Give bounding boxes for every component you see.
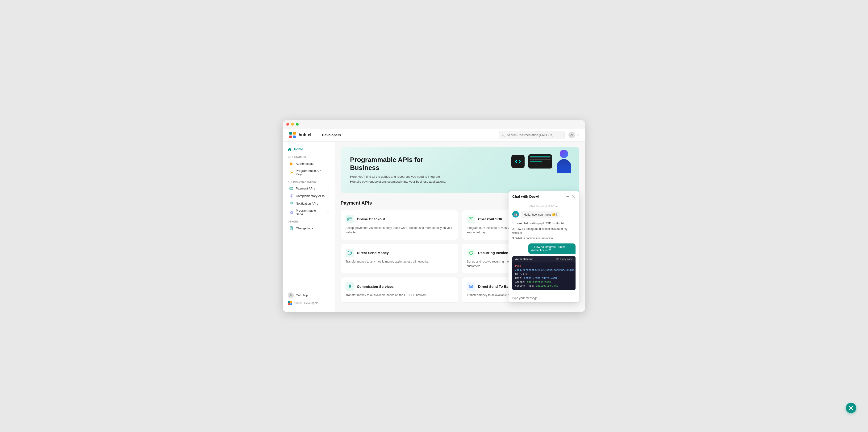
key-icon [289,170,293,175]
sidebar: Home GET STARTED Authentication [283,142,335,312]
sidebar-item-api-keys[interactable]: Programmable API Keys [284,167,333,178]
sidebar-item-notification-apis[interactable]: Notification APIs [284,200,333,207]
card-direct-send-money[interactable]: Direct Send Money Transfer money to any … [341,244,458,274]
gear-icon [289,194,293,198]
chevron-complementary-icon: ▾ [328,195,329,197]
code-line-4: Accept: application/json [515,280,573,284]
user-avatar-icon [570,133,574,137]
suggestion-3[interactable]: 3. What is commission services? [512,236,576,240]
hero-subtitle: Here, you'll find all the guides and res… [350,174,449,184]
checkout-sdk-icon [467,215,475,224]
chat-bot-greeting: 🤖 Hello, how can I help 🤗? [512,211,576,218]
card-online-checkout[interactable]: Online Checkout Accept payments via Mobi… [341,210,458,240]
chevron-down-icon [577,134,579,136]
home-icon [288,147,291,151]
browser-window: hubtel Developers [283,120,585,312]
logo-text: hubtel [299,132,311,137]
recurring-invoice-icon [467,248,475,257]
top-nav: hubtel Developers [283,128,585,142]
svg-rect-18 [290,212,291,214]
sidebar-item-programmable-services[interactable]: Programmable Servi... ▾ [284,207,333,218]
card-header-commission: Commission Services [346,282,453,291]
recurring-invoice-title: Recurring Invoice [478,251,508,255]
hero-title: Programmable APIs for Business [350,156,449,172]
chat-input-area[interactable] [508,293,579,302]
online-checkout-desc: Accept payments via Mobile Money, Bank C… [346,226,453,235]
sidebar-item-home[interactable]: Home [283,145,335,153]
hero-code-icon [512,155,525,168]
chat-minimize-button[interactable] [566,195,569,198]
code-copy-button[interactable]: Copy code [556,258,573,260]
commission-services-title: Commission Services [357,285,394,289]
search-icon [502,133,505,137]
sidebar-section-others: OTHERS [283,218,335,224]
svg-line-6 [504,135,505,136]
chat-body: Chat Started at 10:00 am 🤖 Hello, how ca… [508,202,579,293]
sidebar-item-payment-apis[interactable]: Payment APIs ▾ [284,185,333,192]
chat-header-actions [566,195,576,198]
svg-rect-19 [291,212,293,214]
browser-dot-red[interactable] [286,123,289,126]
card-commission-services[interactable]: Commission Services Transfer money to al… [341,277,458,302]
monitor-line-3 [530,159,551,160]
sdk-svg-icon [468,217,474,222]
svg-rect-26 [288,301,290,303]
chat-close-button[interactable] [572,195,576,198]
hero-monitor [528,154,552,168]
monitor-line-2 [530,158,551,158]
sidebar-item-changelog[interactable]: Change logs [284,224,333,232]
commission-services-icon [346,282,354,291]
user-area[interactable] [568,132,579,138]
api-keys-label: Programmable API Keys [296,169,329,176]
bank-svg-icon [468,284,474,289]
chevron-services-icon: ▾ [328,211,329,214]
app-wrapper: hubtel Developers [283,128,585,312]
svg-rect-12 [290,187,293,190]
notification-apis-label: Notification APIs [296,202,329,205]
search-bar[interactable] [499,131,565,139]
chat-input[interactable] [512,297,576,300]
minimize-icon [566,195,569,198]
svg-rect-1 [289,132,292,135]
browser-dot-yellow[interactable] [291,123,294,126]
direct-send-money-icon [346,248,354,257]
suggestion-2[interactable]: 2. How do I integrate unified checkout t… [512,227,576,235]
chat-panel: Chat with DevAI [508,191,579,302]
settings-icon [289,210,293,214]
sidebar-section-api-docs: API DOCUMENTATION [283,178,335,185]
copy-label: Copy code [560,258,573,260]
svg-rect-31 [348,220,349,220]
commission-services-desc: Transfer money to all available banks on… [346,293,453,297]
svg-rect-16 [290,211,291,212]
search-input[interactable] [507,133,559,137]
lock-icon [289,161,293,166]
direct-send-bank-icon [467,282,475,291]
chat-timestamp: Chat Started at 10:00 am [512,205,576,208]
logo-area[interactable]: hubtel [289,131,311,139]
sidebar-item-complementary-apis[interactable]: Complementary APIs ▾ [284,192,333,200]
svg-rect-8 [290,163,292,165]
svg-rect-17 [291,211,293,212]
monitor-line-4 [530,161,542,162]
chat-suggestions-list: 1. I need help setting up USSD on Hubtel… [512,221,576,241]
svg-rect-44 [557,259,559,260]
hero-illustration [512,149,572,173]
svg-rect-29 [290,303,292,305]
suggestion-1[interactable]: 1. I need help setting up USSD on Hubtel [512,222,576,226]
chat-header: Chat with DevAI [508,191,579,202]
hubtel-logo-icon [289,131,296,139]
sidebar-section-get-started: GET STARTED [283,153,335,160]
sidebar-get-help[interactable]: Get Help [288,292,330,298]
browser-dot-green[interactable] [296,123,299,126]
sidebar-item-authentication[interactable]: Authentication [284,160,333,167]
online-checkout-icon [346,215,354,224]
code-block-header: Authentication Copy code [512,256,576,262]
code-block-content: POST /api/merchants/11691/send/bank/gh/3… [512,262,576,290]
get-help-avatar-icon [289,294,292,297]
online-checkout-title: Online Checkout [357,217,385,221]
changelog-label: Change logs [296,227,329,230]
complementary-apis-label: Complementary APIs [296,194,325,198]
direct-send-money-desc: Transfer money to any mobile money walle… [346,260,453,264]
code-block-lang: Authentication [515,258,533,260]
get-help-avatar [288,292,294,298]
